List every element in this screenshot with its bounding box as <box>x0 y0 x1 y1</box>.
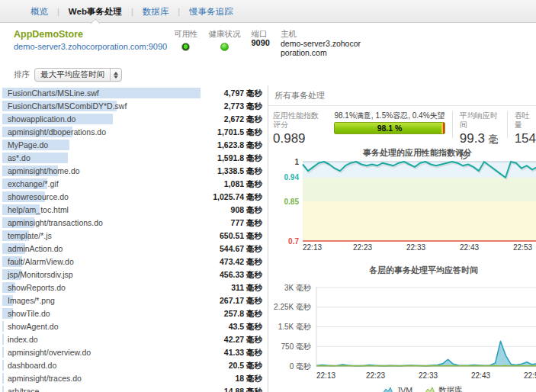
svg-text:1.5K 毫秒: 1.5K 毫秒 <box>278 323 312 331</box>
availability-status-icon <box>181 43 190 51</box>
svg-text:22:33: 22:33 <box>406 243 425 252</box>
tab-web-transactions-label: Web事务处理 <box>69 7 122 16</box>
svg-text:22:43: 22:43 <box>460 243 479 252</box>
host-label: 主机 <box>281 29 363 38</box>
summary-panel: 所有事务处理 应用性能指数评分 0.989 98.1%满意, 1.5%容忍, 0… <box>268 85 536 392</box>
transaction-row[interactable]: index.do42.27 毫秒 <box>2 333 262 346</box>
svg-text:0 毫秒: 0 毫秒 <box>290 362 312 371</box>
transaction-value: 544.67 毫秒 <box>220 243 262 255</box>
transaction-value: 41.33 毫秒 <box>224 346 262 358</box>
transaction-row[interactable]: dashboard.do20.5 毫秒 <box>2 359 262 372</box>
transaction-row[interactable]: help/am_toc.html908 毫秒 <box>2 204 262 217</box>
svg-text:22:43: 22:43 <box>471 371 490 380</box>
transaction-row[interactable]: apminsight/home.do1,338.5 毫秒 <box>2 165 262 178</box>
health-label: 健康状况 <box>209 29 241 38</box>
transaction-row[interactable]: MyPage.do1,623.8 毫秒 <box>2 139 262 152</box>
transaction-value: 1,591.8 毫秒 <box>217 152 262 164</box>
throughput-stat: 吞吐量 154 <box>515 111 536 146</box>
app-host-link[interactable]: demo-server3.zohocorporation.com:9090 <box>14 42 174 52</box>
tab-slow-trace[interactable]: 慢事务追踪 <box>180 0 242 23</box>
transaction-row[interactable]: apminsight/transactions.do777 毫秒 <box>2 217 262 230</box>
transaction-value: 1,081 毫秒 <box>224 178 262 190</box>
svg-text:0.94: 0.94 <box>284 173 300 182</box>
port-metric: 端口 9090 <box>252 29 270 48</box>
tab-database[interactable]: 数据库 <box>133 0 178 23</box>
svg-text:1: 1 <box>294 159 299 166</box>
transaction-name: index.do <box>2 333 262 345</box>
main-content: FusionCharts/MSLine.swf4,797 毫秒FusionCha… <box>0 85 536 392</box>
stats-divider <box>452 111 453 138</box>
svg-text:2.25K 毫秒: 2.25K 毫秒 <box>274 303 312 311</box>
transaction-row[interactable]: showAgent.do43.5 毫秒 <box>2 320 262 333</box>
transaction-row[interactable]: apminsight/dboperations.do1,701.5 毫秒 <box>2 126 262 139</box>
tab-web-transactions[interactable]: Web事务处理 <box>59 0 131 23</box>
layers-chart-plot: 3K 毫秒2.25K 毫秒1.5K 毫秒750 毫秒0 毫秒22:1322:23… <box>268 276 536 386</box>
transaction-value: 456.33 毫秒 <box>220 268 262 281</box>
dropdown-stepper-icon <box>110 69 121 81</box>
layers-chart-title: 各层的事务处理平均应答时间 <box>311 265 536 276</box>
transaction-row[interactable]: Images/*.png267.17 毫秒 <box>2 294 262 307</box>
gauge-value-label: 98.1 % <box>335 123 445 134</box>
transaction-row[interactable]: adminAction.do544.67 毫秒 <box>2 243 262 255</box>
legend-item-JVM[interactable]: JVM <box>383 386 412 392</box>
transaction-value: 1,623.8 毫秒 <box>217 139 262 151</box>
sort-selected-value: 最大平均应答时间 <box>35 69 110 80</box>
apdex-label: 应用性能指数评分 <box>273 111 323 130</box>
transaction-name: apminsight/transactions.do <box>2 217 262 229</box>
apdex-chart-title: 事务处理的应用性能指数评分 <box>299 147 536 159</box>
transaction-value: 42.27 毫秒 <box>224 333 262 345</box>
transaction-row[interactable]: FusionCharts/MSLine.swf4,797 毫秒 <box>2 87 262 100</box>
svg-text:22:53: 22:53 <box>513 243 532 252</box>
transaction-row[interactable]: exchange/*.gif1,081 毫秒 <box>2 178 262 191</box>
transaction-value: 20.5 毫秒 <box>229 359 262 371</box>
top-tab-bar: 概览 | Web事务处理 | 数据库 | 慢事务追踪 <box>0 0 536 23</box>
transaction-value: 1,338.5 毫秒 <box>217 165 262 177</box>
transaction-name: FusionCharts/MSCombiDY*D.swf <box>2 100 262 112</box>
stats-divider <box>507 111 508 138</box>
transaction-row[interactable]: apminsight/traces.do18 毫秒 <box>2 372 262 385</box>
availability-label: 可用性 <box>174 29 198 38</box>
health-status-icon <box>220 43 229 51</box>
transaction-value: 473.42 毫秒 <box>220 255 262 268</box>
legend-item-数据库[interactable]: 数据库 <box>425 385 463 392</box>
transaction-row[interactable]: arh/trace14.88 毫秒 <box>2 385 262 392</box>
transaction-name: showapplication.do <box>2 113 262 125</box>
transaction-row[interactable]: jsp/Monitorsdiv.jsp456.33 毫秒 <box>2 268 262 281</box>
svg-text:22:53: 22:53 <box>524 371 536 380</box>
transaction-row[interactable]: apminsight/overview.do41.33 毫秒 <box>2 346 262 359</box>
transaction-row[interactable]: as*.do1,591.8 毫秒 <box>2 152 262 165</box>
transaction-name: apminsight/overview.do <box>2 346 262 358</box>
host-metric: 主机 demo-server3.zohocorporation.com <box>281 29 363 57</box>
transaction-row[interactable]: fault/AlarmView.do473.42 毫秒 <box>2 255 262 268</box>
transaction-name: arh/trace <box>2 385 262 392</box>
apdex-gauge-caption: 98.1%满意, 1.5%容忍, 0.4%失望 <box>334 111 445 120</box>
transaction-name: dashboard.do <box>2 359 262 371</box>
transaction-name: showReports.do <box>2 281 262 294</box>
throughput-label: 吞吐量 <box>515 111 536 130</box>
svg-text:0.85: 0.85 <box>284 198 300 206</box>
apdex-gauge: 98.1%满意, 1.5%容忍, 0.4%失望 98.1 % <box>334 111 445 134</box>
svg-text:0.7: 0.7 <box>288 237 299 246</box>
legend-label: 数据库 <box>438 385 463 392</box>
apdex-stat: 应用性能指数评分 0.989 <box>273 111 323 146</box>
transaction-row[interactable]: template/*.js650.51 毫秒 <box>2 230 262 243</box>
transaction-value: 908 毫秒 <box>231 204 262 216</box>
health-metric: 健康状况 <box>209 29 241 51</box>
transaction-row[interactable]: showresource.do1,025.74 毫秒 <box>2 191 262 204</box>
header-metrics: 可用性 健康状况 端口 9090 主机 demo-server3.zohocor… <box>174 29 374 57</box>
transaction-row[interactable]: FusionCharts/MSCombiDY*D.swf2,773 毫秒 <box>2 100 262 113</box>
transaction-row[interactable]: showReports.do311 毫秒 <box>2 281 262 294</box>
layers-chart: 各层的事务处理平均应答时间 3K 毫秒2.25K 毫秒1.5K 毫秒750 毫秒… <box>268 265 536 392</box>
apdex-gauge-bar: 98.1 % <box>334 122 445 134</box>
svg-text:22:13: 22:13 <box>316 371 335 380</box>
transaction-row[interactable]: showTile.do257.8 毫秒 <box>2 307 262 320</box>
transaction-value: 650.51 毫秒 <box>220 230 262 242</box>
sort-bar: 排序 最大平均应答时间 <box>0 64 536 85</box>
svg-text:22:33: 22:33 <box>419 371 438 380</box>
panel-title: 所有事务处理 <box>268 85 536 106</box>
transaction-row[interactable]: showapplication.do2,672 毫秒 <box>2 113 262 126</box>
sort-dropdown[interactable]: 最大平均应答时间 <box>34 68 122 82</box>
transaction-name: showAgent.do <box>2 320 262 333</box>
tab-overview[interactable]: 概览 <box>21 0 57 23</box>
transaction-value: 43.5 毫秒 <box>229 320 262 333</box>
